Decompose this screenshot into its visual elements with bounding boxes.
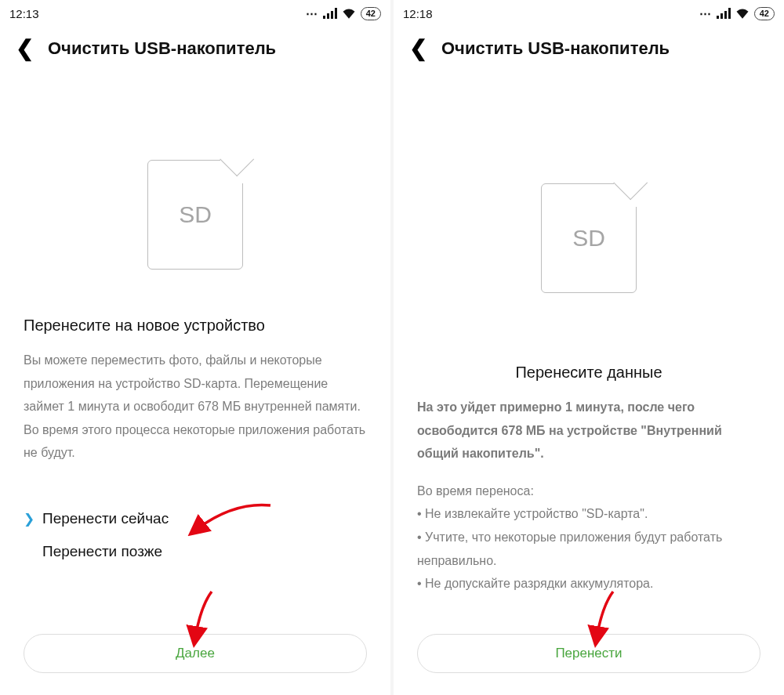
battery-indicator: 42: [361, 7, 381, 20]
back-button[interactable]: ❮: [409, 38, 427, 60]
button-label: Далее: [176, 646, 215, 661]
chevron-right-icon: ❯: [24, 509, 34, 530]
back-button[interactable]: ❮: [16, 38, 34, 60]
description-1: На это уйдет примерно 1 минута, после че…: [417, 396, 760, 465]
svg-rect-0: [323, 16, 325, 19]
sd-label: SD: [179, 201, 212, 228]
subhead: Перенесите данные: [417, 364, 760, 382]
status-right: ⋯ 42: [699, 6, 775, 20]
svg-rect-3: [335, 8, 337, 19]
svg-rect-5: [720, 13, 723, 19]
page-title: Очистить USB-накопитель: [48, 38, 276, 59]
header: ❮ Очистить USB-накопитель: [0, 27, 390, 66]
next-button[interactable]: Далее: [24, 634, 367, 673]
svg-rect-2: [331, 11, 333, 19]
status-bar: 12:18 ⋯ 42: [394, 0, 784, 27]
status-bar: 12:13 ⋯ 42: [0, 0, 390, 27]
bullet-3: • Не допускайте разрядки аккумулятора.: [417, 572, 760, 595]
option-list: ❯ Перенести сейчас ❯ Перенести позже: [24, 502, 367, 569]
battery-indicator: 42: [754, 7, 775, 20]
transfer-button[interactable]: Перенести: [417, 634, 760, 673]
page-title: Очистить USB-накопитель: [441, 38, 670, 59]
status-time: 12:13: [9, 7, 39, 20]
bullet-1: • Не извлекайте устройство "SD-карта".: [417, 502, 760, 526]
dots-icon: ⋯: [699, 6, 712, 20]
status-time: 12:18: [403, 7, 433, 20]
dots-icon: ⋯: [306, 6, 318, 20]
sd-label: SD: [572, 225, 605, 252]
description: Вы можете переместить фото, файлы и неко…: [24, 349, 367, 465]
option-move-now[interactable]: ❯ Перенести сейчас: [24, 502, 367, 535]
svg-rect-6: [724, 11, 727, 19]
sd-illustration: SD: [394, 66, 784, 317]
signal-icon: [323, 8, 337, 19]
content: Перенесите на новое устройство Вы можете…: [0, 293, 390, 634]
subhead: Перенесите на новое устройство: [24, 317, 367, 335]
wifi-icon: [342, 8, 356, 19]
sd-card-icon: SD: [147, 160, 243, 270]
signal-icon: [717, 8, 731, 19]
sd-illustration: SD: [0, 66, 390, 293]
status-right: ⋯ 42: [306, 6, 381, 20]
svg-rect-7: [728, 8, 731, 19]
screen-left: 12:13 ⋯ 42 ❮ Очистить USB-накопитель SD …: [0, 0, 390, 695]
wifi-icon: [735, 8, 750, 19]
option-label: Перенести сейчас: [42, 507, 169, 530]
header: ❮ Очистить USB-накопитель: [394, 27, 784, 66]
description-2-title: Во время переноса:: [417, 480, 760, 503]
sd-card-icon: SD: [541, 183, 637, 293]
button-label: Перенести: [555, 646, 622, 661]
option-label: Перенести позже: [42, 540, 162, 563]
screen-right: 12:18 ⋯ 42 ❮ Очистить USB-накопитель SD …: [394, 0, 784, 695]
bullet-2: • Учтите, что некоторые приложения будут…: [417, 526, 760, 572]
svg-rect-1: [327, 13, 329, 19]
option-move-later[interactable]: ❯ Перенести позже: [24, 535, 367, 568]
content: Перенесите данные На это уйдет примерно …: [394, 317, 784, 634]
svg-rect-4: [717, 16, 719, 19]
